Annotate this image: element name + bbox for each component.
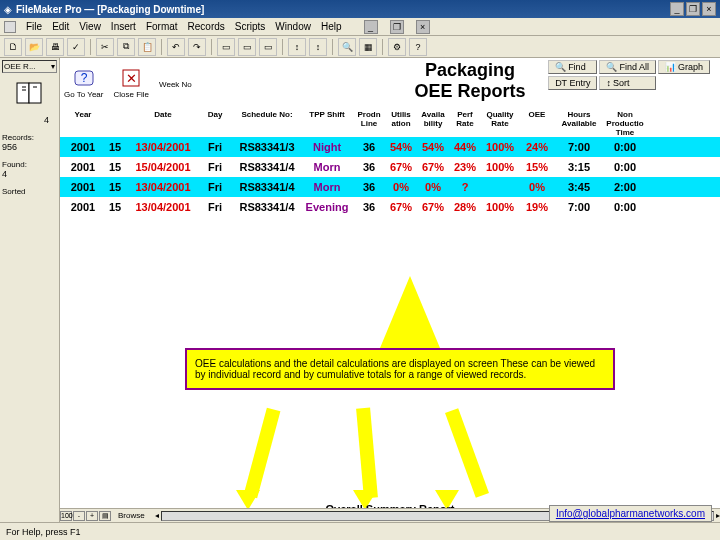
redo-icon[interactable]: ↷: [188, 38, 206, 56]
table-row[interactable]: 20011513/04/2001FriRS83341/4Evening3667%…: [60, 197, 720, 217]
find-button[interactable]: 🔍Find: [548, 60, 597, 74]
new-icon[interactable]: 🗋: [4, 38, 22, 56]
week-no-label: Week No: [159, 80, 192, 99]
menu-format[interactable]: Format: [146, 21, 178, 32]
layout-selector[interactable]: OEE R...: [2, 60, 57, 73]
col-util: Utilis ation: [386, 110, 416, 137]
col-date: Date: [128, 110, 198, 137]
records-count: 956: [2, 142, 57, 152]
report-content: Packaging OEE Reports ?Go To Year ✕Close…: [60, 58, 720, 532]
col-hrs: Hours Available: [554, 110, 604, 137]
col-day: Day: [198, 110, 232, 137]
menu-window[interactable]: Window: [275, 21, 311, 32]
svg-rect-1: [29, 83, 41, 103]
goto-year-button[interactable]: ?Go To Year: [64, 68, 103, 99]
status-area: OEE R... 4 Records: 956 Found: 4 Sorted: [0, 58, 60, 532]
app-icon: ◈: [4, 4, 12, 15]
column-headers: Year Date Day Schedule No: TPP Shift Pro…: [60, 110, 720, 137]
record-icon[interactable]: ▭: [217, 38, 235, 56]
open-icon[interactable]: 📂: [25, 38, 43, 56]
menu-view[interactable]: View: [79, 21, 101, 32]
help-icon[interactable]: ?: [409, 38, 427, 56]
toolbar: 🗋 📂 🖶 ✓ ✂ ⧉ 📋 ↶ ↷ ▭ ▭ ▭ ↕ ↕ 🔍 ▦ ⚙ ?: [0, 36, 720, 58]
menu-records[interactable]: Records: [188, 21, 225, 32]
window-title: FileMaker Pro — [Packaging Downtime]: [16, 4, 204, 15]
script-icon[interactable]: ⚙: [388, 38, 406, 56]
svg-rect-0: [17, 83, 29, 103]
minimize-button[interactable]: _: [670, 2, 684, 16]
sort-desc-icon[interactable]: ↕: [309, 38, 327, 56]
scroll-right-icon[interactable]: ▸: [716, 511, 720, 520]
col-year: Year: [64, 110, 102, 137]
col-line: Prodn Line: [352, 110, 386, 137]
col-perf: Perf Rate: [450, 110, 480, 137]
col-week: [102, 110, 128, 137]
table-row[interactable]: 20011513/04/2001FriRS83341/4Morn360%0%?0…: [60, 177, 720, 197]
table-row[interactable]: 20011515/04/2001FriRS83341/4Morn3667%67%…: [60, 157, 720, 177]
zoom-in-icon[interactable]: +: [86, 511, 98, 521]
delete-record-icon[interactable]: ▭: [259, 38, 277, 56]
show-all-icon[interactable]: ▦: [359, 38, 377, 56]
callout-pointer: [380, 276, 440, 348]
arrow-icon: [445, 408, 489, 497]
col-npt: Non Productio Time: [604, 110, 646, 137]
dt-entry-button[interactable]: DT Entry: [548, 76, 597, 90]
zoom-value[interactable]: 100: [60, 511, 72, 521]
mode-label: Browse: [118, 511, 145, 520]
mdi-icon: [4, 21, 16, 33]
menu-help[interactable]: Help: [321, 21, 342, 32]
copy-icon[interactable]: ⧉: [117, 38, 135, 56]
title-bar: ◈ FileMaker Pro — [Packaging Downtime] _…: [0, 0, 720, 18]
page-number: 4: [2, 115, 57, 125]
status-bar: For Help, press F1: [0, 522, 720, 540]
close-button[interactable]: ×: [702, 2, 716, 16]
svg-text:✕: ✕: [126, 71, 137, 86]
sort-button[interactable]: ↕Sort: [599, 76, 656, 90]
cut-icon[interactable]: ✂: [96, 38, 114, 56]
menu-scripts[interactable]: Scripts: [235, 21, 266, 32]
new-record-icon[interactable]: ▭: [238, 38, 256, 56]
undo-icon[interactable]: ↶: [167, 38, 185, 56]
action-buttons: 🔍Find 🔍Find All 📊Graph DT Entry ↕Sort: [548, 60, 710, 90]
col-oee: OEE: [520, 110, 554, 137]
mdi-minimize-button[interactable]: _: [364, 20, 378, 34]
sorted-label: Sorted: [2, 187, 57, 196]
menu-edit[interactable]: Edit: [52, 21, 69, 32]
spell-icon[interactable]: ✓: [67, 38, 85, 56]
find-all-button[interactable]: 🔍Find All: [599, 60, 656, 74]
col-qr: Quality Rate: [480, 110, 520, 137]
zoom-out-icon[interactable]: -: [73, 511, 85, 521]
found-count: 4: [2, 169, 57, 179]
mdi-restore-button[interactable]: ❐: [390, 20, 404, 34]
close-file-button[interactable]: ✕Close File: [113, 68, 149, 99]
arrow-icon: [356, 408, 378, 499]
arrow-icon: [244, 408, 281, 499]
found-label: Found:: [2, 160, 57, 169]
col-avail: Availa bility: [416, 110, 450, 137]
help-text: For Help, press F1: [6, 527, 81, 537]
paste-icon[interactable]: 📋: [138, 38, 156, 56]
mdi-close-button[interactable]: ×: [416, 20, 430, 34]
find-icon[interactable]: 🔍: [338, 38, 356, 56]
sort-asc-icon[interactable]: ↕: [288, 38, 306, 56]
callout-box: OEE calculations and the detail calculat…: [185, 348, 615, 390]
svg-text:?: ?: [80, 71, 87, 85]
graph-button[interactable]: 📊Graph: [658, 60, 710, 74]
records-label: Records:: [2, 133, 57, 142]
menu-file[interactable]: File: [26, 21, 42, 32]
book-icon[interactable]: [2, 79, 57, 109]
print-icon[interactable]: 🖶: [46, 38, 64, 56]
toggle-status-icon[interactable]: ▤: [99, 511, 111, 521]
col-schedule: Schedule No:: [232, 110, 302, 137]
table-row[interactable]: 20011513/04/2001FriRS83341/3Night3654%54…: [60, 137, 720, 157]
maximize-button[interactable]: ❐: [686, 2, 700, 16]
menu-bar: File Edit View Insert Format Records Scr…: [0, 18, 720, 36]
col-shift: TPP Shift: [302, 110, 352, 137]
email-link[interactable]: Info@globalpharmanetworks.com: [549, 505, 712, 522]
scroll-left-icon[interactable]: ◂: [155, 511, 159, 520]
menu-insert[interactable]: Insert: [111, 21, 136, 32]
